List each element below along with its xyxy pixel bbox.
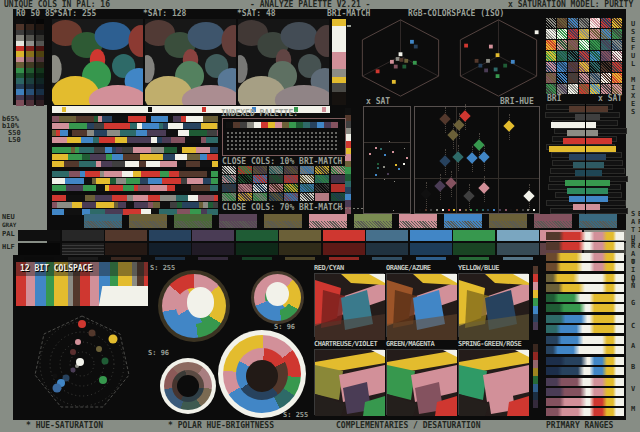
strip-segment	[85, 195, 95, 201]
strip-segment	[162, 137, 171, 143]
strip-segment	[203, 116, 218, 122]
neutral-dither	[579, 221, 617, 228]
strip-segment	[140, 154, 150, 160]
scatter-dot	[392, 151, 394, 153]
close-col-pair	[269, 166, 283, 174]
strip-segment	[125, 161, 139, 167]
butterfly-bar-right	[586, 196, 608, 202]
strip-segment	[133, 195, 148, 201]
range-strip	[546, 242, 624, 250]
axis-tick	[465, 209, 467, 211]
scatter-dot	[404, 148, 405, 149]
range-strip	[546, 388, 624, 396]
mix-swatch	[601, 62, 611, 72]
polar-plots: S: 255 S: 96 S: 96 S: 255	[146, 262, 314, 420]
strip-segment	[133, 171, 141, 177]
indexed-swatch	[331, 122, 338, 128]
half-substrip	[242, 257, 272, 260]
strip-segment	[203, 178, 211, 184]
footer-tab-polar-hue-brightness[interactable]: * POLAR HUE-BRIGHTNESS	[168, 420, 274, 432]
indexed-palette-strip	[226, 122, 338, 128]
useful-mixes-grid	[546, 18, 624, 94]
half-substrip	[155, 257, 185, 260]
comp-side-sliver-top	[533, 266, 538, 336]
palette-swatch	[366, 230, 408, 241]
mix-swatch	[579, 84, 589, 94]
footer-bar: * HUE-SATURATION * POLAR HUE-BRIGHTNESS …	[0, 420, 640, 432]
comp-art-3	[314, 349, 384, 415]
bri-hue-diamond	[435, 180, 446, 191]
sat-panel-1	[145, 19, 236, 105]
range-strip	[546, 294, 624, 302]
close-col-pair	[284, 175, 298, 183]
hue-letter-r: R	[629, 238, 636, 246]
mix-swatch	[579, 51, 589, 61]
strip-segment	[107, 130, 120, 136]
sliver-segment	[533, 322, 538, 330]
xsat-plot-toggle[interactable]: x SAT	[366, 98, 390, 106]
comp-art-2	[458, 273, 528, 337]
polar-label-s96-c: S: 96	[148, 350, 169, 357]
sat-255-toggle[interactable]: *SAT: 255	[53, 10, 96, 18]
footer-tab-primary-ranges[interactable]: PRIMARY RANGES	[546, 420, 613, 432]
half-substrip	[459, 257, 489, 260]
strip-segment	[190, 171, 207, 177]
strip-segment	[112, 161, 125, 167]
strip-segment	[140, 178, 148, 184]
strip-segment	[120, 130, 136, 136]
saturation-model-toggle[interactable]: x SATURATION MODEL: PURITY	[508, 0, 633, 9]
range-strip	[546, 315, 624, 323]
axis-tick	[527, 209, 529, 211]
strip-segment	[200, 161, 212, 167]
butterfly-axis	[585, 104, 586, 216]
strip-segment	[163, 154, 175, 160]
sliver-segment	[533, 392, 538, 400]
strip-segment	[182, 202, 199, 208]
xsat-axis-toggle[interactable]: x SAT	[598, 95, 622, 103]
bri-sat-butterfly-chart	[545, 104, 625, 216]
butterfly-bar-right	[586, 122, 596, 128]
strip-segment	[101, 161, 112, 167]
bri-axis-label: BRI	[547, 95, 561, 103]
mix-swatch	[568, 84, 578, 94]
title-bar: UNIQUE COLS IN PAL: 16 - ANALYZE PALETTE…	[0, 0, 640, 9]
half-substrip	[111, 257, 141, 260]
strip-segment	[112, 195, 127, 201]
bri-hue-plot	[414, 106, 540, 214]
strip-segment	[117, 123, 130, 129]
bar-segment	[16, 100, 24, 106]
bri-match-segment	[332, 19, 346, 26]
half-substrip	[285, 257, 315, 260]
indexed-swatch	[233, 122, 240, 128]
strip-segment	[52, 154, 68, 160]
strip-segment	[160, 161, 177, 167]
polar-circle	[158, 270, 230, 342]
mix-swatch	[601, 84, 611, 94]
indexed-swatch	[268, 122, 275, 128]
butterfly-bar-right	[586, 138, 612, 144]
range-strip	[546, 304, 624, 312]
footer-tab-complementaries[interactable]: COMPLEMENTARIES / DESATURATION	[336, 420, 481, 432]
strip-segment	[168, 123, 183, 129]
footer-tab-hue-saturation[interactable]: * HUE-SATURATION	[26, 420, 103, 432]
scatter-dot	[375, 174, 377, 176]
butterfly-bar-left	[575, 114, 585, 120]
close-col-pair	[253, 193, 267, 201]
strip-segment	[187, 178, 203, 184]
butterfly-bar-right	[586, 188, 608, 194]
scatter-dot	[384, 154, 386, 156]
strip-segment	[175, 185, 191, 191]
hue-letter-c: C	[629, 322, 636, 330]
mix-swatch	[557, 51, 567, 61]
strip-segment	[135, 137, 151, 143]
strip-segment	[177, 161, 186, 167]
sat-48-toggle[interactable]: *SAT: 48	[237, 10, 276, 18]
axis-tick	[436, 209, 438, 211]
strip-segment	[81, 137, 93, 143]
sat-128-toggle[interactable]: *SAT: 128	[143, 10, 186, 18]
half-substrip	[198, 257, 228, 260]
mix-swatch	[612, 62, 622, 72]
range-strip	[546, 325, 624, 333]
neutral-swatch	[129, 214, 167, 221]
strip-segment	[211, 178, 218, 184]
